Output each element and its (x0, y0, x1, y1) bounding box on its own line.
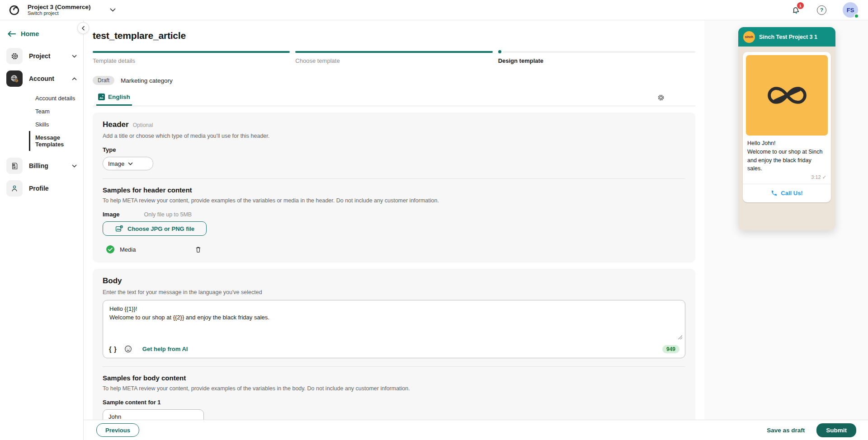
emoji-button[interactable] (124, 345, 132, 353)
template-settings-button[interactable] (656, 93, 665, 106)
preview-header-image (746, 55, 828, 136)
body-textarea-container: Hello {{1}}! Welcome to our shop at {{2}… (103, 300, 685, 358)
preview-call-us-button: Call Us! (746, 184, 828, 202)
main-content: test_templare_article Template details C… (84, 20, 704, 420)
active-step-dot (498, 50, 501, 53)
sidebar-home-link[interactable]: Home (0, 24, 83, 45)
preview-chat-body: Hello John! Welcome to our shop at Sinch… (738, 47, 835, 230)
header-type-select[interactable]: Image (103, 157, 153, 170)
preview-area: sinch Sinch Test Project 3 1 (704, 20, 868, 420)
submit-button[interactable]: Submit (816, 423, 856, 437)
preview-message-line1: Hello John! (747, 139, 826, 148)
file-size-hint: Only file up to 5MB (144, 211, 192, 218)
image-label: Image (103, 211, 120, 218)
sample1-label: Sample content for 1 (103, 399, 685, 406)
progress-steps: Template details Choose template Design … (93, 50, 695, 64)
chevron-up-icon (72, 77, 77, 80)
switch-project-label: Switch project (28, 10, 91, 16)
category-label: Marketing category (121, 77, 173, 84)
optional-label: Optional (133, 122, 153, 128)
samples-body-title: Samples for body content (103, 374, 685, 382)
char-count-badge: 949 (662, 345, 679, 353)
media-file-label: Media (120, 246, 136, 253)
notification-badge: 1 (797, 2, 804, 9)
body-section-title: Body (103, 276, 122, 286)
sidebar-item-project[interactable]: Project (0, 45, 83, 67)
step-choose-template[interactable]: Choose template (295, 50, 492, 64)
question-mark-icon: ? (820, 7, 823, 13)
topbar: Project 3 (Commerce) Switch project 1 ? … (0, 0, 868, 20)
step-design-template[interactable]: Design template (498, 50, 695, 64)
save-as-draft-link[interactable]: Save as draft (767, 427, 805, 434)
gear-icon (6, 48, 23, 64)
image-language-icon (98, 94, 105, 100)
project-switcher[interactable]: Project 3 (Commerce) Switch project (8, 4, 116, 16)
sidebar-collapse-button[interactable] (77, 22, 89, 34)
choose-file-button[interactable]: Choose JPG or PNG file (103, 221, 207, 236)
page-title: test_templare_article (93, 20, 695, 41)
chevron-down-icon (72, 164, 77, 168)
back-arrow-icon (7, 31, 16, 37)
sidebar-item-skills[interactable]: Skills (29, 118, 83, 131)
header-section-title: Header (103, 120, 129, 129)
globe-gear-icon (6, 70, 23, 87)
sidebar-item-profile[interactable]: Profile (0, 177, 83, 200)
smiley-icon (124, 345, 132, 353)
preview-chat-title: Sinch Test Project 3 1 (759, 34, 817, 40)
online-status-dot (854, 14, 859, 19)
body-panel: Body Enter the text for your message in … (93, 269, 695, 440)
invoice-icon (6, 158, 23, 174)
sidebar-item-account[interactable]: Account (0, 67, 83, 90)
samples-header-description: To help META review your content, provid… (103, 197, 685, 204)
header-panel: Header Optional Add a title or choose wh… (93, 112, 695, 262)
sinch-logo-icon (8, 4, 20, 16)
language-tabs: English (93, 93, 695, 106)
help-button[interactable]: ? (817, 5, 826, 15)
check-circle-icon (106, 245, 114, 253)
sidebar-item-billing[interactable]: Billing (0, 154, 83, 177)
preview-message-time: 3:12 ✓ (747, 174, 826, 180)
sidebar-item-message-templates[interactable]: Message Templates (29, 131, 83, 151)
chevron-left-icon (81, 26, 85, 31)
whatsapp-preview-panel: sinch Sinch Test Project 3 1 (738, 27, 835, 230)
sidebar: Home Project (0, 20, 84, 440)
step-template-details[interactable]: Template details (93, 50, 290, 64)
phone-icon (771, 190, 778, 197)
image-upload-icon (115, 225, 123, 233)
status-badge: Draft (93, 76, 114, 85)
tab-english[interactable]: English (96, 94, 132, 106)
chevron-down-icon (110, 8, 116, 12)
person-icon (6, 180, 23, 197)
type-label: Type (103, 146, 685, 153)
project-name: Project 3 (Commerce) (28, 4, 91, 11)
body-text-input[interactable]: Hello {{1}}! Welcome to our shop at {{2}… (103, 300, 685, 342)
trash-icon (194, 246, 202, 253)
sidebar-item-team[interactable]: Team (29, 105, 83, 118)
sinch-avatar: sinch (743, 31, 755, 43)
chevron-down-icon (72, 55, 77, 58)
get-help-from-ai-link[interactable]: Get help from AI (142, 346, 188, 352)
preview-message-card: Hello John! Welcome to our shop at Sinch… (743, 52, 831, 202)
sidebar-item-account-details[interactable]: Account details (29, 92, 83, 105)
samples-header-title: Samples for header content (103, 186, 685, 194)
footer-bar: Previous Save as draft Submit (84, 420, 868, 440)
previous-button[interactable]: Previous (96, 423, 139, 437)
preview-chat-header: sinch Sinch Test Project 3 1 (738, 27, 835, 47)
chevron-down-icon (128, 162, 148, 165)
sinch-infinity-logo-icon (762, 82, 812, 108)
header-description: Add a title or choose which type of medi… (103, 133, 685, 139)
samples-body-description: To help META review your content, provid… (103, 385, 685, 392)
insert-variable-button[interactable]: { } (109, 346, 117, 353)
body-description: Enter the text for your message in the l… (103, 289, 685, 295)
preview-message-line2: Welcome to our shop at Sinch and enjoy t… (747, 148, 826, 173)
account-subnav: Account details Team Skills Message Temp… (29, 92, 83, 151)
resize-handle-icon[interactable] (678, 335, 683, 340)
user-avatar[interactable]: FS (843, 2, 858, 18)
delete-media-button[interactable] (194, 246, 202, 253)
notifications-button[interactable]: 1 (791, 5, 801, 15)
gear-icon (656, 93, 665, 102)
